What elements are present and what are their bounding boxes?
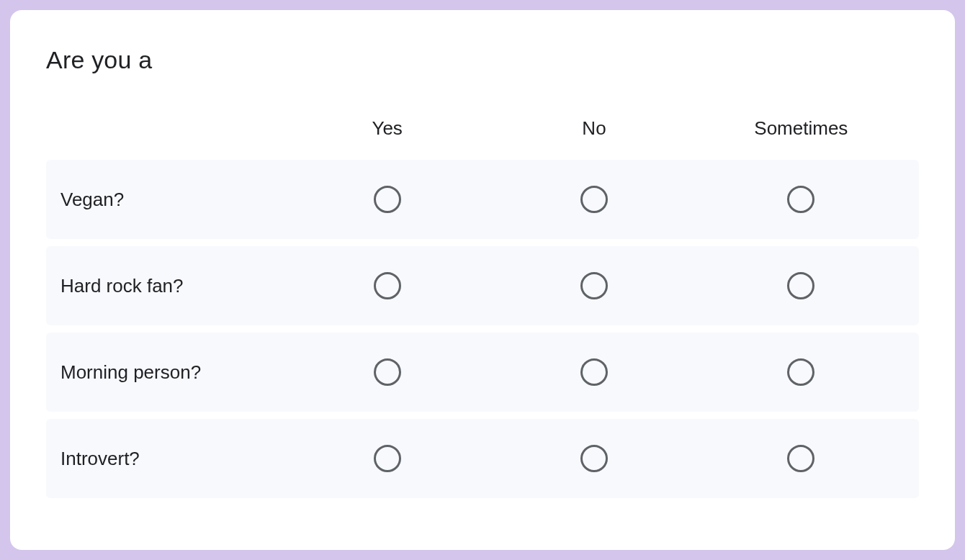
radio-cell bbox=[284, 358, 490, 386]
radio-cell bbox=[490, 272, 697, 299]
radio-cell bbox=[698, 186, 905, 213]
question-card: Are you a Yes No Sometimes Vegan? Hard r… bbox=[10, 10, 955, 550]
column-label-sometimes: Sometimes bbox=[698, 117, 905, 140]
column-label-no: No bbox=[490, 117, 697, 140]
radio-rock-yes[interactable] bbox=[374, 272, 401, 299]
radio-morning-yes[interactable] bbox=[374, 358, 401, 386]
grid-row-hard-rock-fan: Hard rock fan? bbox=[46, 246, 919, 325]
radio-morning-no[interactable] bbox=[580, 358, 608, 386]
radio-introvert-no[interactable] bbox=[580, 445, 608, 472]
column-label-yes: Yes bbox=[284, 117, 490, 140]
radio-rock-no[interactable] bbox=[580, 272, 608, 299]
radio-vegan-no[interactable] bbox=[580, 186, 608, 213]
radio-cell bbox=[490, 445, 697, 472]
multiple-choice-grid: Yes No Sometimes Vegan? Hard rock fan? bbox=[46, 117, 919, 498]
grid-row-vegan: Vegan? bbox=[46, 160, 919, 239]
radio-cell bbox=[698, 445, 905, 472]
radio-vegan-yes[interactable] bbox=[374, 186, 401, 213]
radio-cell bbox=[490, 358, 697, 386]
radio-cell bbox=[698, 272, 905, 299]
radio-rock-sometimes[interactable] bbox=[787, 272, 814, 299]
row-label: Introvert? bbox=[60, 448, 284, 470]
radio-cell bbox=[284, 445, 490, 472]
radio-introvert-sometimes[interactable] bbox=[787, 445, 814, 472]
radio-morning-sometimes[interactable] bbox=[787, 358, 814, 386]
grid-header-row: Yes No Sometimes bbox=[46, 117, 919, 160]
row-label: Vegan? bbox=[60, 189, 284, 211]
grid-row-morning-person: Morning person? bbox=[46, 333, 919, 412]
radio-cell bbox=[698, 358, 905, 386]
radio-cell bbox=[284, 272, 490, 299]
radio-cell bbox=[284, 186, 490, 213]
radio-introvert-yes[interactable] bbox=[374, 445, 401, 472]
radio-cell bbox=[490, 186, 697, 213]
radio-vegan-sometimes[interactable] bbox=[787, 186, 814, 213]
grid-row-introvert: Introvert? bbox=[46, 419, 919, 498]
question-title: Are you a bbox=[46, 46, 919, 74]
row-label: Morning person? bbox=[60, 361, 284, 384]
row-label: Hard rock fan? bbox=[60, 275, 284, 297]
